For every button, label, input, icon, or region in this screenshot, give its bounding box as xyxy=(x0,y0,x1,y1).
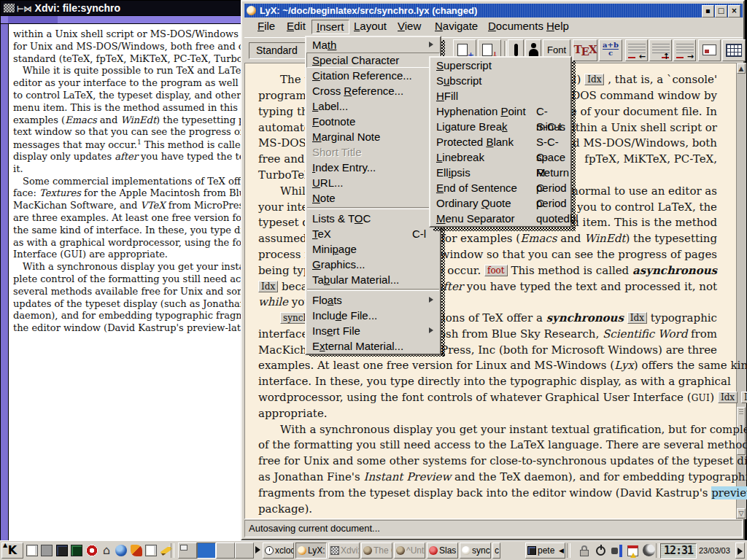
task-pete[interactable]: pete◀ xyxy=(525,542,565,559)
insert-menu-item-include-file[interactable]: Include File... xyxy=(306,308,440,323)
terminal-launcher[interactable] xyxy=(69,542,84,559)
menu-item-label: Citation Reference... xyxy=(312,69,412,82)
close-button[interactable]: × xyxy=(728,5,740,18)
char-menu-item-ellipsis[interactable]: EllipsisM-period xyxy=(430,165,570,180)
dvi-text-line: display only updates after you have type… xyxy=(13,151,247,162)
xdvi-app-icon[interactable] xyxy=(4,4,15,12)
scroll-up-icon[interactable]: ▲ xyxy=(737,63,746,74)
insert-menu-item-index-entry[interactable]: Index Entry... xyxy=(306,160,440,175)
home-launcher[interactable]: ⌂ xyxy=(99,542,114,559)
inset-Idx[interactable]: Idx xyxy=(627,312,647,324)
char-menu-item-linebreak[interactable]: LinebreakC-Return xyxy=(430,149,570,165)
insert-menu-item-external-material[interactable]: External Material... xyxy=(306,338,440,354)
windowlist-launcher[interactable] xyxy=(25,542,39,559)
xdvi-titlebar[interactable]: ⊢⋈Xdvi: file:synchro xyxy=(1,1,245,15)
insert-menu-item-marginal-note[interactable]: Marginal Note xyxy=(306,129,440,144)
task-slas[interactable]: Slas xyxy=(427,542,458,559)
insert-menu-item-graphics[interactable]: Graphics... xyxy=(306,257,440,272)
display-launcher[interactable] xyxy=(55,542,69,559)
inset-Idx[interactable]: Idx xyxy=(741,392,747,403)
dvi-text-line: it. xyxy=(13,163,247,174)
doc-line: free for Unix and some other systems for… xyxy=(258,454,717,469)
menu-item-label: Tabular Material... xyxy=(312,273,399,286)
xdvi-vertical-scrollbar[interactable] xyxy=(1,24,9,541)
inset-Idx[interactable]: Idx xyxy=(718,392,738,403)
moon-tray-icon[interactable] xyxy=(643,544,655,556)
insert-menu-item-lists-toc[interactable]: Lists & TOC xyxy=(306,211,440,226)
mail-launcher[interactable] xyxy=(129,542,144,559)
xdvi-hscroll-thumb[interactable] xyxy=(8,16,58,23)
insert-menu-item-short-title[interactable]: Short Title xyxy=(306,144,440,160)
insert-menu-item-citation-reference[interactable]: Citation Reference... xyxy=(306,68,440,83)
insert-menu-item-minipage[interactable]: Minipage xyxy=(306,241,440,257)
char-menu-item-protected-blank[interactable]: Protected BlankS-C-space xyxy=(430,134,570,149)
desktop-1[interactable] xyxy=(178,542,197,559)
char-menu-item-menu-separator[interactable]: Menu Separator xyxy=(430,211,570,226)
doc-line-left: synch xyxy=(258,311,311,326)
window-menu-icon[interactable]: ⊢⋈ xyxy=(17,4,32,13)
help-launcher[interactable] xyxy=(85,542,99,559)
inset-Idx[interactable]: Idx xyxy=(258,281,278,292)
insert-menu-item-tex[interactable]: TeXC-l xyxy=(306,226,440,241)
char-menu-item-hfill[interactable]: HFill xyxy=(430,88,570,104)
dvi-page: within a Unix shell script or MS-DOS/Win… xyxy=(9,24,247,540)
k-menu-button[interactable]: ▲K xyxy=(1,542,23,559)
desktop-2[interactable] xyxy=(197,542,216,559)
menu-shadow xyxy=(433,228,576,231)
insert-menu-item-floats[interactable]: Floats xyxy=(306,292,440,308)
dvi-text-line: face: Textures for the Apple Macintosh f… xyxy=(13,187,247,198)
menu-item-label: TeX xyxy=(312,228,331,240)
insert-menu-item-insert-file[interactable]: Insert File xyxy=(306,323,440,338)
scroll-down-icon[interactable]: ▽ xyxy=(737,508,746,518)
insert-menu-item-label[interactable]: Label... xyxy=(306,98,440,114)
task-xdvi[interactable]: Xdvi: xyxy=(328,542,360,559)
char-menu-item-ligature-break[interactable]: Ligature BreakS-C-L xyxy=(430,119,570,134)
char-menu-item-ordinary-quote[interactable]: Ordinary QuoteC-quotedbl xyxy=(430,195,570,211)
insert-menu-item-tabular-material[interactable]: Tabular Material... xyxy=(306,272,440,287)
xdvi-title-text: Xdvi: file:synchro xyxy=(35,2,120,14)
status-bar: Autosaving current document... xyxy=(244,520,743,537)
browser-launcher[interactable] xyxy=(114,542,128,559)
insert-menu-item-math[interactable]: Math xyxy=(306,37,440,52)
insert-menu-item-special-character[interactable]: Special Character xyxy=(306,52,440,68)
desktop-4[interactable] xyxy=(235,542,254,559)
lyx-app-icon[interactable] xyxy=(247,6,256,15)
task-lyx[interactable]: LyX: xyxy=(295,542,327,559)
task-xcloc[interactable]: xcloc xyxy=(263,542,294,559)
task-unti[interactable]: ^Unti xyxy=(394,542,425,559)
char-menu-item-end-of-sentence[interactable]: End of SentenceC-period xyxy=(430,180,570,195)
insert-menu-item-note[interactable]: Note xyxy=(306,190,440,206)
desktop-launcher[interactable] xyxy=(39,542,54,559)
doc-line: wordprocessor, using the font controls o… xyxy=(258,390,717,406)
home-icon: ⌂ xyxy=(101,545,112,556)
insert-menu-item-footnote[interactable]: Footnote xyxy=(306,114,440,129)
desktop-3[interactable] xyxy=(216,542,235,559)
char-menu-item-hyphenation-point[interactable]: Hyphenation PointC-minus xyxy=(430,104,570,119)
taskbar-clock[interactable]: 12:31 xyxy=(660,543,697,559)
plug-tray-icon[interactable] xyxy=(610,544,624,558)
inset-Idx[interactable]: Idx xyxy=(584,74,604,85)
task-c[interactable]: c xyxy=(492,542,500,559)
menu-item-label: Ellipsis xyxy=(436,166,471,179)
task-label: LyX: xyxy=(308,545,325,556)
char-menu-item-subscript[interactable]: Subscript xyxy=(430,73,570,88)
panel-hide-button[interactable] xyxy=(735,542,745,559)
insert-menu-item-cross-reference[interactable]: Cross Reference... xyxy=(306,83,440,98)
task-the-g[interactable]: The G xyxy=(361,542,392,559)
lock-tray-icon[interactable] xyxy=(578,544,592,558)
calendar-tray-icon[interactable] xyxy=(626,544,640,558)
dvi-text-line: With a synchronous display you get your … xyxy=(13,261,247,272)
insert-table-button[interactable] xyxy=(722,39,746,61)
slash-icon xyxy=(429,546,438,555)
doc-line-left: MS-DOS/ xyxy=(258,136,310,151)
char-menu-item-superscript[interactable]: Superscript xyxy=(430,58,570,73)
power-tray-icon[interactable] xyxy=(594,544,608,558)
insert-menu-item-url[interactable]: URL... xyxy=(306,175,440,190)
inset-foot[interactable]: foot xyxy=(484,265,508,276)
task-sync[interactable]: sync xyxy=(460,542,491,559)
files-launcher[interactable] xyxy=(144,542,158,559)
menu-item-label: Graphics... xyxy=(312,258,365,271)
menu-item-label: Floats xyxy=(312,294,342,306)
taskbar-separator xyxy=(171,543,174,558)
menu-item-label: Minipage xyxy=(312,243,357,255)
